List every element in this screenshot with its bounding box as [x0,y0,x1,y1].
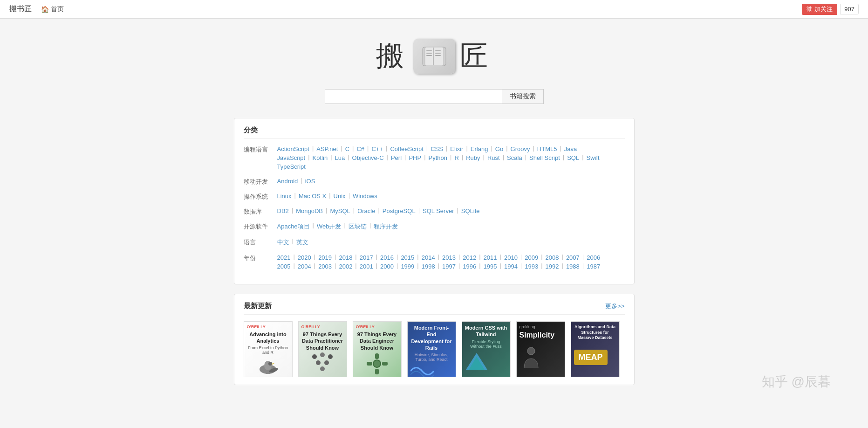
cat-link[interactable]: 2002 [339,262,352,271]
home-link[interactable]: 🏠 首页 [41,5,64,14]
book-item[interactable]: O'REILLY 97 Things Every Data Engineer S… [353,321,402,377]
cat-link-shell-script[interactable]: Shell Script [529,153,560,162]
cat-link[interactable]: Python [429,153,447,162]
cat-link[interactable]: 1997 [442,262,456,271]
category-links-year: 2021| 2020| 2019| 2018| 2017| 2016| 2015… [277,253,625,271]
svg-rect-1 [425,47,444,66]
book-item[interactable]: grokking Simplicity [516,321,565,377]
cat-link[interactable]: 2013 [442,253,456,262]
cat-link[interactable]: Elixir [450,145,463,153]
cat-link-ruby[interactable]: Ruby [466,153,480,162]
book-cover: Modern CSS with Tailwind Flexible Stylin… [462,321,511,377]
cat-link[interactable]: 2016 [380,253,394,262]
cat-link[interactable]: JavaScript [277,153,306,162]
cat-link[interactable]: 2017 [360,253,373,262]
cat-link[interactable]: 1998 [422,262,435,271]
cat-link[interactable]: ActionScript [277,145,309,153]
cat-link[interactable]: Mac OS X [299,192,326,200]
cat-link[interactable]: 2004 [298,262,311,271]
cat-link[interactable]: CoffeeScript [390,145,423,153]
cat-link[interactable]: 2001 [360,262,373,271]
follow-count: 907 [840,4,859,14]
cat-link[interactable]: TypeScript [277,162,306,171]
cat-link[interactable]: Scala [507,153,522,162]
cat-link[interactable]: Android [277,177,298,186]
cat-link[interactable]: Erlang [471,145,488,153]
cat-link[interactable]: 1987 [587,262,600,271]
cat-link[interactable]: Unix [334,192,346,200]
person-svg [519,345,543,369]
cat-link[interactable]: 区块链 [349,221,367,232]
cat-link[interactable]: 英文 [296,237,308,248]
cat-link[interactable]: Windows [353,192,377,200]
cat-link[interactable]: 1996 [463,262,476,271]
cat-link[interactable]: 2000 [380,262,394,271]
cat-link[interactable]: C++ [371,145,383,153]
cat-link[interactable]: 2010 [504,253,518,262]
cat-link[interactable]: PHP [409,153,421,162]
cat-link[interactable]: 程序开发 [374,221,398,232]
cat-link[interactable]: 2011 [484,253,497,262]
svg-point-18 [328,354,333,359]
book-item[interactable]: Modern CSS with Tailwind Flexible Stylin… [462,321,511,377]
svg-point-20 [324,360,329,365]
search-input[interactable] [325,89,502,104]
cat-link[interactable]: CSS [431,145,443,153]
cat-link[interactable]: Oracle [357,207,375,215]
cat-link[interactable]: Groovy [511,145,530,153]
cat-link[interactable]: Lua [335,153,345,162]
cat-link[interactable]: 2008 [546,253,559,262]
cat-link[interactable]: DB2 [277,207,289,215]
cat-link[interactable]: iOS [305,177,315,186]
cat-link[interactable]: Go [495,145,503,153]
book-item[interactable]: Modern Front-End Development for Rails H… [407,321,456,377]
cat-link[interactable]: MongoDB [296,207,323,215]
book-badge: O'REILLY [247,324,266,329]
cat-link[interactable]: 2021 [277,253,291,262]
cat-link[interactable]: Web开发 [317,221,342,232]
cat-link[interactable]: Linux [277,192,292,200]
cat-link[interactable]: ASP.net [316,145,338,153]
search-button[interactable]: 书籍搜索 [502,89,544,104]
cat-link[interactable]: Java [564,145,577,153]
cat-link[interactable]: 2005 [277,262,291,271]
cat-link[interactable]: Objective-C [352,153,384,162]
cat-link[interactable]: 2012 [463,253,476,262]
cat-link[interactable]: SQL [567,153,579,162]
cat-link[interactable]: 1994 [504,262,518,271]
follow-label: 加关注 [814,5,833,14]
cat-link[interactable]: C [345,145,349,153]
cat-link[interactable]: 1993 [525,262,538,271]
cat-link[interactable]: 中文 [277,237,289,248]
cat-link[interactable]: Perl [391,153,402,162]
cat-link[interactable]: 2007 [566,253,580,262]
cat-link[interactable]: 1995 [484,262,497,271]
cat-link[interactable]: 1992 [546,262,559,271]
cat-link[interactable]: 2009 [525,253,538,262]
cat-link[interactable]: 1999 [401,262,414,271]
cat-link[interactable]: 2015 [401,253,414,262]
cat-link[interactable]: PostgreSQL [383,207,416,215]
cat-link[interactable]: 2014 [422,253,435,262]
book-item[interactable]: O'REILLY 97 Things Every Data Practition… [298,321,347,377]
cat-link[interactable]: SQL Server [423,207,454,215]
cat-link[interactable]: R [454,153,458,162]
cat-link[interactable]: 2018 [339,253,352,262]
cat-link[interactable]: HTML5 [537,145,557,153]
follow-button[interactable]: 微 加关注 [802,4,837,15]
cat-link[interactable]: 2019 [318,253,332,262]
cat-link[interactable]: SQLite [461,207,480,215]
cat-link[interactable]: 2020 [298,253,311,262]
more-link[interactable]: 更多>> [605,302,624,311]
cat-link[interactable]: 2003 [318,262,332,271]
cat-link[interactable]: 2006 [587,253,600,262]
book-item[interactable]: Algorithms and Data Structures for Massi… [571,321,620,377]
book-item[interactable]: O'REILLY Advancing into Analytics From E… [244,321,293,377]
cat-link[interactable]: Rust [487,153,500,162]
cat-link[interactable]: MySQL [330,207,350,215]
cat-link[interactable]: Swift [587,153,600,162]
cat-link[interactable]: 1988 [566,262,580,271]
cat-link[interactable]: C# [356,145,364,153]
cat-link[interactable]: Kotlin [313,153,328,162]
cat-link[interactable]: Apache项目 [277,221,310,232]
